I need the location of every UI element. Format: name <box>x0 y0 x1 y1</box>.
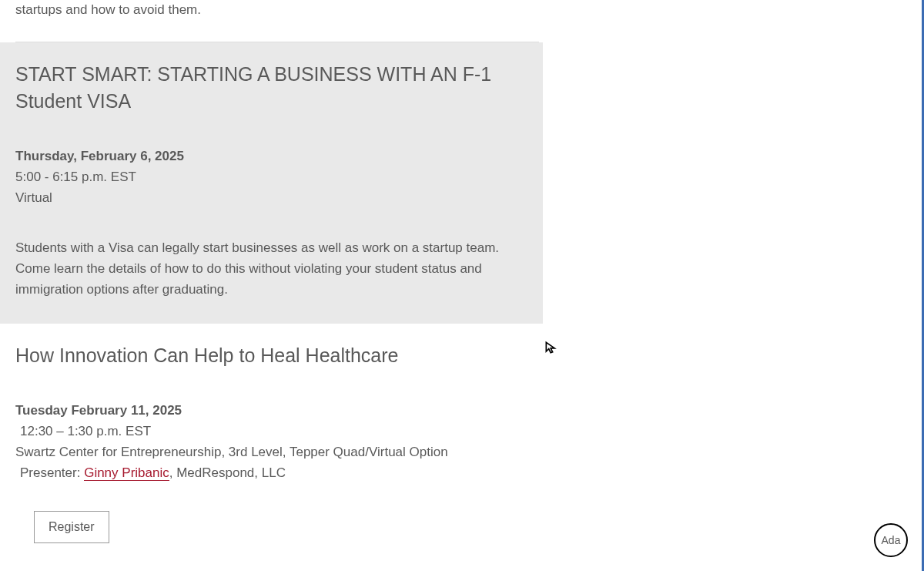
event-description: Students with a Visa can legally start b… <box>15 237 534 301</box>
ada-chat-button[interactable]: Ada <box>874 523 908 557</box>
register-button[interactable]: Register <box>34 511 109 543</box>
presenter-link[interactable]: Ginny Pribanic <box>84 465 169 481</box>
event-block-f1-visa: START SMART: STARTING A BUSINESS WITH AN… <box>0 42 543 324</box>
event-time: 5:00 - 6:15 p.m. EST <box>15 166 534 187</box>
event-date: Thursday, February 6, 2025 <box>15 146 534 166</box>
intro-fragment: startups and how to avoid them. <box>15 0 539 20</box>
presenter-org: , MedRespond, LLC <box>169 465 286 480</box>
event-location: Virtual <box>15 187 534 208</box>
ada-label: Ada <box>882 534 901 546</box>
event-location: Swartz Center for Entrepreneurship, 3rd … <box>15 442 539 462</box>
event-block-healthcare: How Innovation Can Help to Heal Healthca… <box>15 324 539 563</box>
presenter-label: Presenter: <box>20 465 84 480</box>
event-presenter: Presenter: Ginny Pribanic, MedRespond, L… <box>15 462 539 483</box>
event-title: How Innovation Can Help to Heal Healthca… <box>15 342 539 369</box>
event-time: 12:30 – 1:30 p.m. EST <box>15 421 539 442</box>
event-title: START SMART: STARTING A BUSINESS WITH AN… <box>15 61 534 115</box>
event-date: Tuesday February 11, 2025 <box>15 400 539 421</box>
